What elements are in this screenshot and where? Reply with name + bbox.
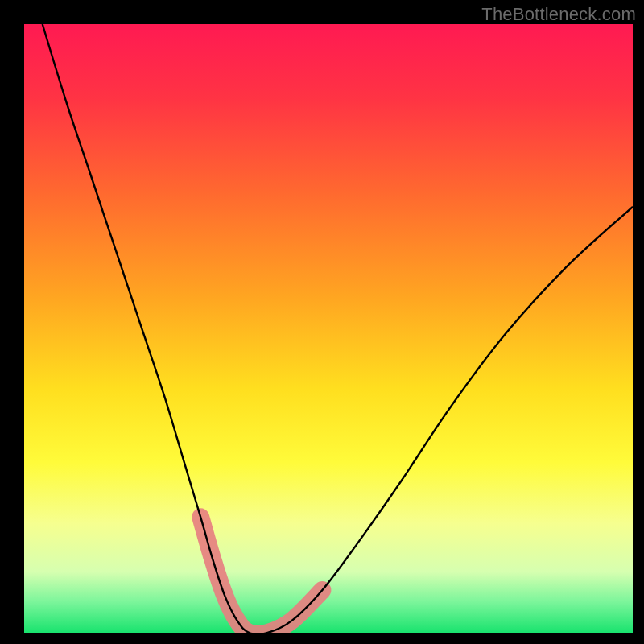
watermark-text: TheBottleneck.com [481, 4, 636, 25]
chart-background [24, 24, 633, 633]
chart-svg [24, 24, 633, 633]
chart-area [24, 24, 633, 633]
